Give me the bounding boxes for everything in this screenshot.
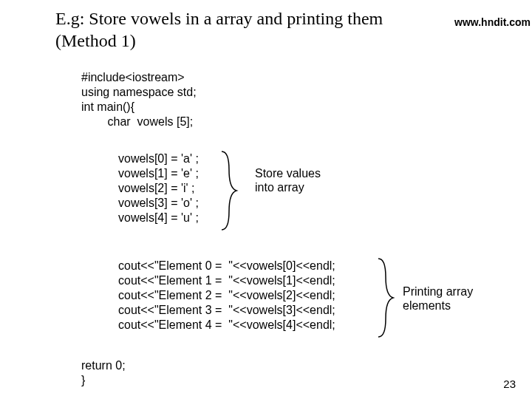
brace-icon — [220, 150, 242, 231]
watermark-url: www.hndit.com — [454, 16, 531, 28]
slide-title: E.g: Store vowels in a array and printin… — [55, 7, 383, 52]
code-block-header: #include<iostream> using namespace std; … — [81, 70, 197, 129]
code-block-assign: vowels[0] = 'a' ; vowels[1] = 'e' ; vowe… — [118, 151, 199, 225]
code-block-print: cout<<"Element 0 = "<<vowels[0]<<endl; c… — [118, 259, 335, 332]
title-line-2: (Method 1) — [55, 31, 136, 50]
annotation-store: Store values into array — [255, 166, 336, 194]
code-block-footer: return 0; } — [81, 358, 126, 388]
page-number: 23 — [503, 378, 516, 390]
annotation-print: Printing array elements — [403, 284, 499, 313]
title-line-1: E.g: Store vowels in a array and printin… — [55, 9, 383, 28]
brace-icon — [377, 257, 399, 338]
